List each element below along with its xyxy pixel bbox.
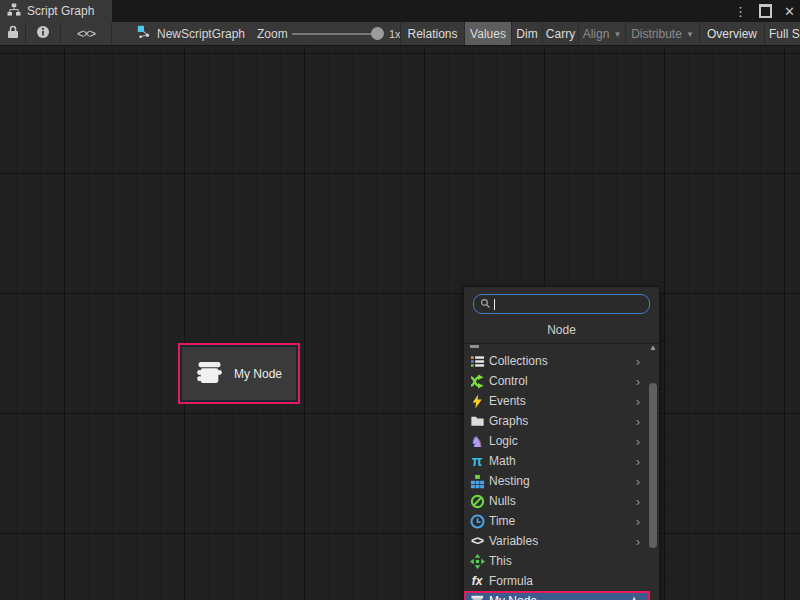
nulls-icon <box>469 493 485 509</box>
info-button[interactable] <box>26 22 61 45</box>
toolbar-button-carry[interactable]: Carry <box>542 22 578 45</box>
collections-icon <box>469 353 485 369</box>
window-titlebar: Script Graph ⋮ ✕ <box>0 0 800 22</box>
toolbar-button-values[interactable]: Values <box>464 22 511 45</box>
variables-icon: <> <box>469 533 485 549</box>
toolbar-button-overview[interactable]: Overview <box>699 22 764 45</box>
toolbar-button-label: Overview <box>707 27 757 41</box>
code-icon: <×> <box>77 27 95 41</box>
finder-item-math[interactable]: πMath› <box>464 451 650 471</box>
submenu-arrow-icon: › <box>636 455 640 468</box>
graph-reference[interactable]: NewScriptGraph <box>137 22 245 45</box>
submenu-arrow-icon: › <box>636 395 640 408</box>
finder-item-my-node[interactable]: My Node★ <box>464 591 650 600</box>
scrollbar-thumb[interactable] <box>649 383 657 548</box>
finder-item-logic[interactable]: ♞Logic› <box>464 431 650 451</box>
submenu-arrow-icon: › <box>636 535 640 548</box>
finder-item-variables[interactable]: <>Variables› <box>464 531 650 551</box>
finder-item-label: This <box>489 554 512 568</box>
scroll-up-icon[interactable]: ▲ <box>649 342 657 353</box>
finder-item-nesting[interactable]: Nesting› <box>464 471 650 491</box>
this-icon <box>469 553 485 569</box>
lock-icon <box>7 25 19 42</box>
finder-item-label: My Node <box>489 594 537 600</box>
time-icon <box>469 513 485 529</box>
my-node-unit[interactable]: My Node <box>178 343 300 404</box>
toolbar-button-label: Dim <box>516 27 537 41</box>
control-icon <box>469 373 485 389</box>
info-icon <box>36 25 50 42</box>
zoom-slider-handle[interactable] <box>371 27 384 40</box>
toolbar-button-fullscreen[interactable]: Full S <box>764 22 800 45</box>
submenu-arrow-icon: › <box>636 415 640 428</box>
finder-item-label: Variables <box>489 534 538 548</box>
dropdown-arrow-icon: ▼ <box>613 30 621 39</box>
search-input[interactable] <box>498 297 643 311</box>
graph-canvas[interactable]: My Node Node Collections›Control›Events›… <box>0 46 800 600</box>
zoom-value: 1x <box>389 22 401 45</box>
close-icon[interactable]: ✕ <box>784 5 795 18</box>
finder-item-nulls[interactable]: Nulls› <box>464 491 650 511</box>
formula-icon: fx <box>469 573 485 589</box>
finder-item-this[interactable]: This <box>464 551 650 571</box>
unit-icon <box>194 359 224 389</box>
toolbar-button-label: Align <box>583 27 610 41</box>
tab-script-graph[interactable]: Script Graph <box>0 0 112 22</box>
toolbar-button-distribute[interactable]: Distribute▼ <box>625 22 699 45</box>
submenu-arrow-icon: › <box>636 355 640 368</box>
zoom-label: Zoom <box>257 22 288 45</box>
unit-icon <box>469 593 485 600</box>
toolbar-button-label: Relations <box>407 27 457 41</box>
finder-item-collections[interactable]: Collections› <box>464 351 650 371</box>
zoom-slider-track[interactable] <box>292 33 382 35</box>
events-icon <box>469 393 485 409</box>
dropdown-arrow-icon: ▼ <box>686 30 694 39</box>
finder-item-formula[interactable]: fxFormula <box>464 571 650 591</box>
submenu-arrow-icon: › <box>636 375 640 388</box>
scrollbar-track[interactable] <box>649 353 657 597</box>
search-icon <box>480 295 491 313</box>
search-box[interactable] <box>473 294 650 314</box>
finder-item-label: Events <box>489 394 526 408</box>
finder-item-label: Collections <box>489 354 548 368</box>
finder-item-label: Nesting <box>489 474 530 488</box>
finder-item-control[interactable]: Control› <box>464 371 650 391</box>
finder-item-label: Graphs <box>489 414 528 428</box>
toolbar-button-label: Carry <box>546 27 575 41</box>
text-caret <box>494 299 495 310</box>
finder-item-graphs[interactable]: Graphs› <box>464 411 650 431</box>
fuzzy-finder-popup: Node Collections›Control›Events›Graphs›♞… <box>463 286 660 600</box>
finder-item-time[interactable]: Time› <box>464 511 650 531</box>
graph-name-label: NewScriptGraph <box>157 27 245 41</box>
graph-reference-icon <box>137 25 151 42</box>
favorite-star-icon[interactable]: ★ <box>628 595 640 600</box>
partially-scrolled-row <box>464 344 659 351</box>
submenu-arrow-icon: › <box>636 475 640 488</box>
kebab-menu-icon[interactable]: ⋮ <box>734 5 747 18</box>
finder-item-label: Logic <box>489 434 518 448</box>
finder-scrollbar[interactable]: ▲ ▼ <box>648 342 658 600</box>
finder-item-label: Control <box>489 374 528 388</box>
toolbar-button-label: Distribute <box>631 27 682 41</box>
maximize-icon[interactable] <box>759 4 772 18</box>
finder-item-events[interactable]: Events› <box>464 391 650 411</box>
finder-header: Node <box>464 319 659 343</box>
graph-toolbar: <×> NewScriptGraph Zoom 1x RelationsValu… <box>0 22 800 46</box>
submenu-arrow-icon: › <box>636 435 640 448</box>
finder-item-label: Time <box>489 514 515 528</box>
toolbar-button-align[interactable]: Align▼ <box>578 22 625 45</box>
tab-label: Script Graph <box>27 4 94 18</box>
code-toggle-button[interactable]: <×> <box>61 22 112 45</box>
finder-option-list: Collections›Control›Events›Graphs›♞Logic… <box>464 351 659 600</box>
graphs-icon <box>469 413 485 429</box>
script-graph-icon <box>7 3 21 20</box>
toolbar-button-label: Values <box>470 27 506 41</box>
toolbar-button-relations[interactable]: Relations <box>400 22 464 45</box>
math-icon: π <box>469 453 485 469</box>
finder-item-label: Nulls <box>489 494 516 508</box>
submenu-arrow-icon: › <box>636 495 640 508</box>
lock-button[interactable] <box>0 22 26 45</box>
toolbar-button-dim[interactable]: Dim <box>511 22 542 45</box>
logic-icon: ♞ <box>469 433 485 449</box>
finder-item-label: Math <box>489 454 516 468</box>
